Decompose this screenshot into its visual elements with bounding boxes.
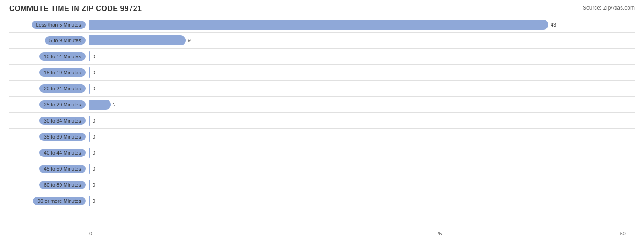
- bar-wrapper: 0: [89, 161, 635, 177]
- bar-fill: [89, 84, 90, 94]
- chart-title: COMMUTE TIME IN ZIP CODE 99721: [9, 5, 142, 13]
- chart-container: COMMUTE TIME IN ZIP CODE 99721 Source: Z…: [0, 0, 644, 240]
- bar-label: 25 to 29 Minutes: [9, 100, 89, 109]
- x-axis-label: 0: [89, 231, 92, 236]
- bar-pill-label: Less than 5 Minutes: [32, 21, 86, 29]
- bar-fill: [89, 100, 111, 110]
- bar-row: 35 to 39 Minutes0: [9, 129, 635, 145]
- bar-value: 0: [93, 182, 95, 188]
- bar-pill-label: 40 to 44 Minutes: [39, 149, 86, 157]
- bar-wrapper: 0: [89, 193, 635, 209]
- bar-row: 20 to 24 Minutes0: [9, 81, 635, 97]
- chart-source: Source: ZipAtlas.com: [583, 5, 635, 11]
- bar-value: 0: [93, 166, 95, 172]
- bar-label: 20 to 24 Minutes: [9, 84, 89, 93]
- bar-fill: [89, 196, 90, 206]
- x-axis-label: 25: [437, 231, 442, 236]
- bar-wrapper: 0: [89, 113, 635, 128]
- bar-label: 60 to 89 Minutes: [9, 181, 89, 189]
- bar-pill-label: 20 to 24 Minutes: [39, 84, 86, 93]
- bar-fill: [89, 164, 90, 174]
- bar-wrapper: 0: [89, 129, 635, 145]
- bar-value: 0: [93, 70, 95, 75]
- x-axis-label: 50: [620, 231, 626, 236]
- bar-value: 0: [93, 198, 95, 204]
- chart-header: COMMUTE TIME IN ZIP CODE 99721 Source: Z…: [9, 5, 635, 13]
- bar-row: 45 to 59 Minutes0: [9, 161, 635, 177]
- bar-fill: [89, 116, 90, 126]
- bar-pill-label: 90 or more Minutes: [33, 197, 86, 205]
- x-axis: 02550: [89, 231, 635, 236]
- bar-label: 45 to 59 Minutes: [9, 165, 89, 173]
- bar-wrapper: 2: [89, 97, 635, 112]
- bar-row: 30 to 34 Minutes0: [9, 113, 635, 129]
- bar-row: 25 to 29 Minutes2: [9, 97, 635, 113]
- bar-label: 15 to 19 Minutes: [9, 68, 89, 77]
- bar-pill-label: 15 to 19 Minutes: [39, 68, 86, 77]
- bar-wrapper: 0: [89, 177, 635, 193]
- bar-fill: [89, 20, 548, 30]
- bar-pill-label: 30 to 34 Minutes: [39, 117, 86, 125]
- bar-row: 40 to 44 Minutes0: [9, 145, 635, 161]
- bar-label: 35 to 39 Minutes: [9, 133, 89, 141]
- bar-label: 5 to 9 Minutes: [9, 36, 89, 45]
- bar-fill: [89, 51, 90, 61]
- bar-row: 5 to 9 Minutes9: [9, 33, 635, 49]
- bar-row: Less than 5 Minutes43: [9, 17, 635, 33]
- bar-pill-label: 45 to 59 Minutes: [39, 165, 86, 173]
- bar-wrapper: 0: [89, 65, 635, 80]
- bar-wrapper: 9: [89, 33, 635, 48]
- bar-value: 43: [551, 22, 556, 28]
- bar-label: 90 or more Minutes: [9, 197, 89, 205]
- bar-value: 0: [93, 54, 95, 59]
- bar-row: 60 to 89 Minutes0: [9, 177, 635, 193]
- bar-pill-label: 10 to 14 Minutes: [39, 52, 86, 61]
- bar-wrapper: 0: [89, 145, 635, 161]
- bar-label: Less than 5 Minutes: [9, 21, 89, 29]
- bar-label: 10 to 14 Minutes: [9, 52, 89, 61]
- bar-value: 0: [93, 134, 95, 140]
- bar-value: 0: [93, 118, 95, 123]
- bar-fill: [89, 67, 90, 78]
- bar-fill: [89, 180, 90, 190]
- bar-pill-label: 5 to 9 Minutes: [45, 36, 86, 45]
- bar-row: 15 to 19 Minutes0: [9, 65, 635, 81]
- bar-value: 9: [188, 38, 191, 43]
- bar-value: 0: [93, 86, 95, 91]
- bar-pill-label: 60 to 89 Minutes: [39, 181, 86, 189]
- bar-fill: [89, 132, 90, 142]
- bar-label: 30 to 34 Minutes: [9, 117, 89, 125]
- bar-value: 2: [113, 102, 116, 107]
- bar-fill: [89, 35, 186, 45]
- bar-wrapper: 0: [89, 81, 635, 96]
- bar-row: 10 to 14 Minutes0: [9, 49, 635, 65]
- bar-label: 40 to 44 Minutes: [9, 149, 89, 157]
- bar-pill-label: 35 to 39 Minutes: [39, 133, 86, 141]
- bar-value: 0: [93, 150, 95, 156]
- bar-wrapper: 43: [89, 17, 635, 32]
- bar-fill: [89, 148, 90, 158]
- bar-row: 90 or more Minutes0: [9, 193, 635, 209]
- bar-pill-label: 25 to 29 Minutes: [39, 100, 86, 109]
- bar-chart: Less than 5 Minutes435 to 9 Minutes910 t…: [9, 17, 635, 229]
- bar-wrapper: 0: [89, 49, 635, 64]
